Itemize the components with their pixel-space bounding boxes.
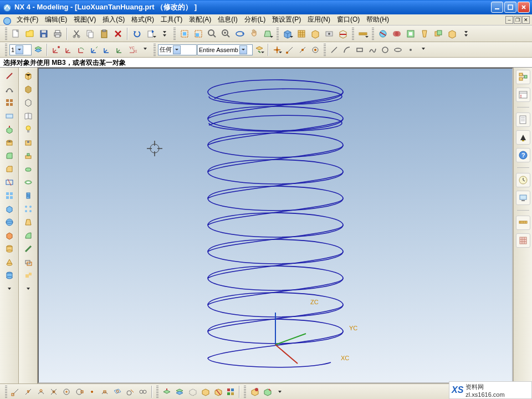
maximize-button[interactable] (504, 2, 516, 13)
mdi-close-button[interactable]: ✕ (522, 16, 530, 24)
scale-body-button[interactable] (22, 269, 34, 282)
open-file-button[interactable] (23, 27, 37, 40)
toolbar-grip[interactable] (277, 28, 279, 40)
wcs-orient-button[interactable] (88, 44, 100, 56)
curve-point-button[interactable] (405, 44, 417, 56)
system-button[interactable] (516, 191, 530, 205)
print-button[interactable] (51, 27, 64, 40)
overflow-icon[interactable] (459, 27, 473, 40)
shaded-button[interactable] (281, 27, 294, 40)
zoom-area-button[interactable] (192, 27, 205, 40)
menu-edit[interactable]: 编辑(E) (42, 14, 70, 25)
graphics-viewport[interactable]: ZC YC XC (38, 68, 513, 383)
edit-feature-button[interactable] (261, 386, 273, 398)
overflow-icon[interactable] (139, 44, 151, 56)
pattern-button[interactable] (22, 203, 34, 215)
cut-button[interactable] (70, 27, 83, 40)
copy-button[interactable] (84, 27, 97, 40)
pad-button[interactable] (22, 150, 34, 162)
extrude-button[interactable] (3, 123, 16, 135)
part-navigator-button[interactable] (516, 88, 530, 102)
datum-plane-button[interactable] (3, 110, 16, 122)
layer-combo[interactable]: 1 (9, 44, 32, 55)
block-button[interactable] (3, 229, 16, 242)
delete-button[interactable] (111, 27, 125, 40)
chamfer-button[interactable] (3, 163, 16, 175)
wcs-dynamics-button[interactable] (63, 44, 75, 56)
menu-preferences[interactable]: 预设置(P) (269, 14, 304, 25)
toolbar-grip[interactable] (352, 28, 354, 40)
sketch-button[interactable] (3, 96, 16, 109)
show-button[interactable] (199, 386, 211, 398)
toolbar-grip[interactable] (372, 28, 374, 40)
hole-button[interactable] (3, 136, 16, 149)
overflow-icon[interactable] (274, 386, 286, 398)
menu-help[interactable]: 帮助(H) (363, 14, 392, 25)
sphere-button[interactable] (3, 216, 16, 228)
new-file-button[interactable] (9, 27, 23, 40)
control-point-snap-button[interactable] (35, 386, 47, 398)
toolbar-grip[interactable] (154, 44, 156, 56)
overflow-icon[interactable] (22, 283, 34, 295)
wcs-save-button[interactable] (114, 44, 126, 56)
face-edges-button[interactable] (22, 83, 34, 95)
soft-blend-button[interactable] (22, 243, 34, 255)
minimize-button[interactable] (491, 2, 503, 13)
offset-face-button[interactable] (22, 256, 34, 268)
overflow-icon[interactable] (158, 27, 171, 40)
feature-button[interactable] (446, 27, 459, 40)
face-blend-button[interactable] (22, 229, 34, 242)
fit-view-button[interactable] (178, 27, 191, 40)
basic-arc-button[interactable] (3, 83, 16, 95)
cone-button[interactable] (3, 256, 16, 268)
toolbar-grip[interactable] (5, 386, 7, 398)
curve-ellipse-button[interactable] (392, 44, 404, 56)
history-button[interactable] (516, 112, 530, 127)
roles-button[interactable] (516, 130, 530, 145)
menu-format[interactable]: 格式(R) (128, 14, 157, 25)
hide-button[interactable] (186, 386, 198, 398)
midpoint-snap-button[interactable] (22, 386, 34, 398)
wcs-origin-button[interactable] (50, 44, 62, 56)
zoom-button[interactable] (206, 27, 219, 40)
shell-button[interactable] (404, 27, 417, 40)
groove-button[interactable] (22, 176, 34, 188)
two-curve-snap-button[interactable] (137, 386, 149, 398)
assembly-navigator-button[interactable] (516, 70, 530, 84)
lamp-icon[interactable] (22, 123, 34, 135)
point-on-curve-snap-button[interactable] (99, 386, 111, 398)
toolbar-grip[interactable] (244, 386, 246, 398)
center-snap-button[interactable] (60, 386, 73, 398)
edge-blend-button[interactable] (3, 150, 16, 162)
snap-endpoint-button[interactable] (284, 44, 296, 56)
toolbar-grip[interactable] (324, 44, 326, 56)
toolbar-grip[interactable] (173, 28, 176, 40)
zoom-in-out-button[interactable] (219, 27, 233, 40)
remove-parameters-button[interactable] (248, 386, 260, 398)
boolean-button[interactable] (432, 27, 445, 40)
overflow-icon[interactable] (417, 44, 429, 56)
mdi-restore-button[interactable]: ❐ (514, 16, 521, 24)
perspective-button[interactable] (261, 27, 274, 40)
point-on-surface-snap-button[interactable] (111, 386, 124, 398)
endpoint-snap-button[interactable] (9, 386, 22, 398)
static-wireframe-button[interactable] (22, 96, 34, 109)
instance-button[interactable] (3, 190, 16, 202)
wcs-rotate-button[interactable] (75, 44, 88, 56)
existing-point-snap-button[interactable] (86, 386, 98, 398)
menu-tools[interactable]: 工具(T) (157, 14, 186, 25)
wcs-set-button[interactable] (101, 44, 113, 56)
menu-info[interactable]: 信息(I) (214, 14, 241, 25)
menu-file[interactable]: 文件(F) (13, 14, 42, 25)
overflow-icon[interactable] (3, 283, 16, 295)
manufacturing-button[interactable] (516, 233, 530, 248)
unite-feature-button[interactable] (3, 203, 16, 215)
close-button[interactable] (518, 2, 530, 13)
curve-circle-button[interactable] (379, 44, 391, 56)
basic-line-button[interactable] (3, 70, 16, 82)
undo-button[interactable] (130, 27, 144, 40)
slot-button[interactable] (22, 163, 34, 175)
paste-button[interactable] (98, 27, 111, 40)
menu-application[interactable]: 应用(N) (304, 14, 334, 25)
taper-button[interactable] (22, 216, 34, 228)
